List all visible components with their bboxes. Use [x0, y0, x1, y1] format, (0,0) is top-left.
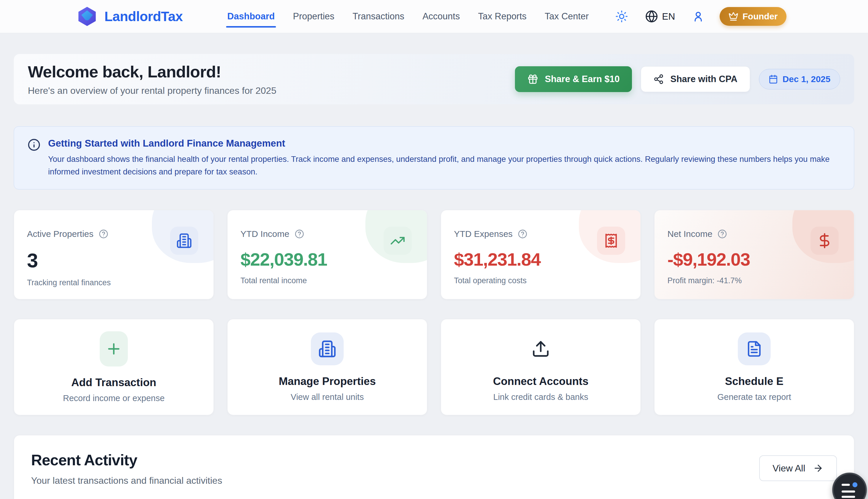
stat-caption: Total rental income — [241, 276, 414, 285]
notification-dot — [853, 482, 857, 487]
gift-icon — [527, 74, 538, 85]
stat-label: YTD Expenses — [454, 229, 513, 239]
stat-caption: Total operating costs — [454, 276, 627, 285]
action-title: Connect Accounts — [493, 375, 588, 388]
header-actions: EN Founder — [615, 7, 786, 26]
view-all-button[interactable]: View All — [759, 455, 837, 481]
stat-caption: Tracking rental finances — [27, 278, 200, 287]
plus-icon — [100, 331, 128, 366]
share-cpa-label: Share with CPA — [670, 74, 737, 84]
date-badge[interactable]: Dec 1, 2025 — [759, 69, 840, 89]
getting-started-body: Your dashboard shows the financial healt… — [48, 153, 840, 178]
user-icon — [692, 10, 704, 23]
add-transaction-card[interactable]: Add Transaction Record income or expense — [14, 319, 214, 415]
document-icon — [738, 332, 771, 365]
connect-accounts-card[interactable]: Connect Accounts Link credit cards & ban… — [441, 319, 641, 415]
manage-properties-card[interactable]: Manage Properties View all rental units — [227, 319, 427, 415]
app-logo-icon — [77, 6, 97, 27]
share-earn-button[interactable]: Share & Earn $10 — [515, 66, 632, 92]
share-earn-label: Share & Earn $10 — [545, 74, 620, 84]
founder-badge[interactable]: Founder — [720, 7, 786, 26]
recent-activity-title: Recent Activity — [31, 451, 222, 469]
trend-up-icon — [383, 227, 412, 255]
stats-grid: Active Properties 3 Tracking rental fina… — [14, 210, 854, 299]
theme-toggle-button[interactable] — [615, 10, 628, 23]
stat-card-active-properties: Active Properties 3 Tracking rental fina… — [14, 210, 214, 299]
info-icon — [27, 138, 40, 151]
welcome-subtitle: Here's an overview of your rental proper… — [28, 85, 276, 96]
help-circle-icon[interactable] — [718, 229, 727, 239]
stat-card-ytd-expenses: YTD Expenses $31,231.84 Total operating … — [441, 210, 641, 299]
welcome-banner: Welcome back, Landlord! Here's an overvi… — [14, 54, 854, 105]
dollar-icon — [810, 227, 839, 255]
action-title: Schedule E — [725, 375, 783, 388]
getting-started-banner: Getting Started with Landlord Finance Ma… — [14, 126, 854, 190]
stat-label: YTD Income — [241, 229, 290, 239]
action-caption: Link credit cards & banks — [493, 392, 588, 402]
stat-caption: Profit margin: -41.7% — [668, 276, 841, 285]
stat-card-ytd-income: YTD Income $22,039.81 Total rental incom… — [227, 210, 427, 299]
nav-item-dashboard[interactable]: Dashboard — [227, 9, 276, 24]
building-icon — [170, 227, 198, 255]
action-title: Add Transaction — [71, 376, 156, 389]
stat-card-net-income: Net Income -$9,192.03 Profit margin: -41… — [654, 210, 854, 299]
dashboard-screen: LandlordTax Dashboard Properties Transac… — [0, 0, 868, 499]
action-caption: Generate tax report — [717, 392, 791, 402]
building-icon — [311, 332, 344, 365]
banner-actions: Share & Earn $10 Share with CPA Dec 1, 2… — [515, 66, 840, 92]
getting-started-title: Getting Started with Landlord Finance Ma… — [48, 138, 840, 149]
view-all-label: View All — [773, 463, 805, 474]
welcome-title: Welcome back, Landlord! — [28, 62, 276, 81]
help-circle-icon[interactable] — [295, 229, 304, 239]
founder-badge-label: Founder — [743, 11, 778, 21]
globe-icon — [645, 10, 658, 23]
list-lines-icon — [842, 482, 857, 498]
nav-item-tax-center[interactable]: Tax Center — [544, 9, 589, 24]
main-nav: Dashboard Properties Transactions Accoun… — [227, 9, 589, 24]
welcome-text: Welcome back, Landlord! Here's an overvi… — [28, 62, 276, 96]
language-selector[interactable]: EN — [644, 10, 677, 23]
language-label: EN — [662, 11, 675, 22]
action-caption: Record income or expense — [63, 393, 165, 403]
sun-icon — [615, 10, 628, 23]
recent-activity-header: Recent Activity Your latest transactions… — [31, 451, 222, 486]
nav-item-accounts[interactable]: Accounts — [422, 9, 461, 24]
nav-item-properties[interactable]: Properties — [292, 9, 335, 24]
user-profile-button[interactable] — [692, 10, 704, 23]
share-icon — [653, 74, 664, 84]
calendar-icon — [769, 74, 778, 84]
quick-actions-grid: Add Transaction Record income or expense… — [14, 319, 854, 415]
upload-icon — [524, 332, 557, 365]
app-title: LandlordTax — [105, 9, 183, 24]
stat-label: Net Income — [668, 229, 712, 239]
action-title: Manage Properties — [279, 375, 376, 388]
nav-item-transactions[interactable]: Transactions — [352, 9, 405, 24]
top-navigation-bar: LandlordTax Dashboard Properties Transac… — [0, 0, 868, 33]
recent-activity-subtitle: Your latest transactions and financial a… — [31, 475, 222, 486]
help-circle-icon[interactable] — [99, 229, 108, 239]
date-label: Dec 1, 2025 — [783, 74, 830, 84]
brand-logo[interactable]: LandlordTax — [77, 6, 183, 27]
receipt-icon — [597, 227, 625, 255]
help-circle-icon[interactable] — [518, 229, 527, 239]
getting-started-content: Getting Started with Landlord Finance Ma… — [48, 138, 840, 178]
crown-icon — [729, 11, 738, 21]
arrow-right-icon — [813, 463, 823, 474]
stat-label: Active Properties — [27, 229, 94, 239]
recent-activity-panel: Recent Activity Your latest transactions… — [14, 435, 854, 499]
nav-item-tax-reports[interactable]: Tax Reports — [477, 9, 527, 24]
action-caption: View all rental units — [291, 392, 364, 402]
schedule-e-card[interactable]: Schedule E Generate tax report — [654, 319, 854, 415]
share-with-cpa-button[interactable]: Share with CPA — [641, 66, 750, 92]
